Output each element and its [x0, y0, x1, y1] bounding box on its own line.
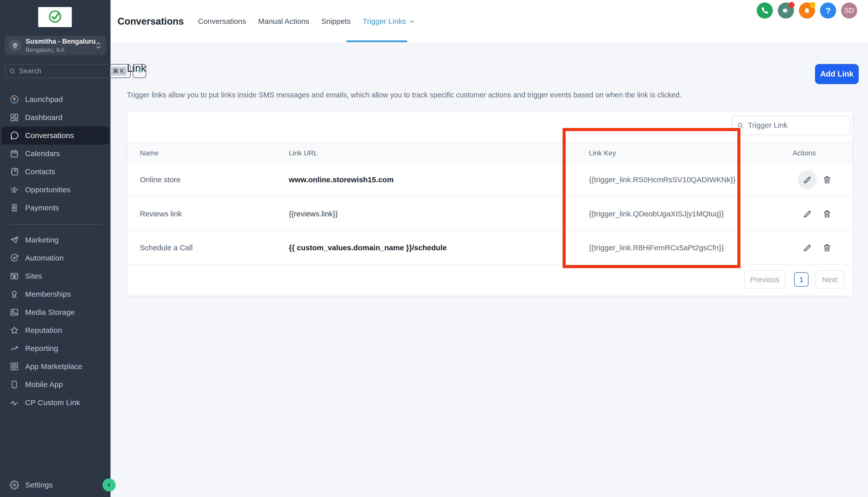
cell-name: Online store	[140, 163, 181, 197]
chevron-up-down-icon	[96, 42, 101, 49]
quick-actions-button[interactable]	[132, 64, 146, 78]
next-page-button[interactable]: Next	[815, 270, 844, 289]
tab-snippets[interactable]: Snippets	[321, 17, 351, 26]
search-icon	[9, 68, 16, 74]
sidebar-item-conversations[interactable]: Conversations	[1, 127, 109, 145]
chat-bubble-icon	[9, 130, 19, 141]
account-switcher[interactable]: Susmitha - Bengaluru Bengaluru, KA	[4, 36, 106, 55]
browser-globe-icon	[9, 271, 19, 281]
tab-trigger-links[interactable]: Trigger Links	[363, 17, 416, 26]
page-number-button[interactable]: 1	[794, 272, 809, 287]
grid-icon	[9, 361, 19, 372]
address-book-icon	[9, 167, 19, 177]
active-tab-underline	[346, 40, 407, 42]
paper-plane-icon	[9, 235, 19, 245]
megaphone-icon	[782, 7, 790, 14]
pencil-icon	[803, 243, 812, 252]
trash-icon	[823, 209, 831, 218]
avatar-initials: SD	[844, 6, 854, 15]
sidebar-item-label: Reputation	[25, 326, 62, 335]
sidebar-item-reporting[interactable]: Reporting	[1, 339, 109, 357]
agency-logo	[38, 7, 72, 27]
tab-label: Trigger Links	[363, 17, 406, 26]
sidebar-item-sites[interactable]: Sites	[1, 267, 109, 285]
sidebar-item-mobile-app[interactable]: Mobile App	[1, 375, 109, 394]
sidebar-search[interactable]: ⌘ K	[4, 64, 130, 78]
sidebar-item-reputation[interactable]: Reputation	[1, 321, 109, 339]
previous-page-button[interactable]: Previous	[744, 270, 785, 289]
tab-bar: Conversations Manual Actions Snippets Tr…	[198, 17, 416, 26]
search-shortcut-badge: ⌘ K	[110, 67, 127, 75]
delete-button[interactable]	[817, 204, 837, 223]
account-name: Susmitha - Bengaluru	[26, 38, 96, 45]
calendar-icon	[9, 148, 19, 159]
user-avatar[interactable]: SD	[841, 2, 857, 18]
sidebar-item-launchpad[interactable]: Launchpad	[1, 90, 109, 109]
edit-button[interactable]	[798, 170, 817, 189]
add-link-button[interactable]: Add Link	[815, 64, 859, 84]
sidebar-item-label: Sites	[25, 272, 42, 280]
star-icon	[9, 325, 19, 336]
sidebar-item-contacts[interactable]: Contacts	[1, 163, 109, 181]
account-location: Bengaluru, KA	[26, 46, 96, 54]
sidebar-collapse-button[interactable]	[102, 479, 115, 492]
topbar-icons: ? SD	[757, 2, 857, 18]
sidebar-item-app-marketplace[interactable]: App Marketplace	[1, 357, 109, 375]
sidebar-item-label: Settings	[25, 481, 53, 489]
sidebar-item-settings[interactable]: Settings	[1, 476, 109, 494]
sidebar-item-label: Marketing	[25, 236, 59, 244]
delete-button[interactable]	[817, 238, 837, 257]
search-icon	[737, 122, 744, 129]
edit-button[interactable]	[798, 238, 817, 257]
trash-icon	[823, 243, 831, 252]
sidebar: Susmitha - Bengaluru Bengaluru, KA ⌘ K	[0, 0, 111, 497]
cell-link-url: {{ custom_values.domain_name }}/schedule	[289, 231, 447, 265]
sidebar-item-label: Opportunities	[25, 185, 71, 194]
sidebar-item-marketing[interactable]: Marketing	[1, 231, 109, 249]
tab-conversations[interactable]: Conversations	[198, 17, 246, 26]
sidebar-item-opportunities[interactable]: Opportunities	[1, 181, 109, 199]
sidebar-item-label: Memberships	[25, 290, 71, 298]
page-title: Conversations	[117, 16, 184, 27]
column-header-link-url: Link URL	[289, 143, 318, 163]
cell-link-key: {{trigger_link.RS0HcmRsSV10QADIWKNk}}	[589, 163, 736, 197]
image-icon	[9, 307, 19, 317]
table-row: Online store www.online.storewish15.com …	[127, 163, 852, 197]
sidebar-item-cp-custom-link[interactable]: CP Custom Link	[1, 394, 109, 412]
tab-manual-actions[interactable]: Manual Actions	[258, 17, 309, 26]
help-button[interactable]: ?	[820, 2, 836, 18]
sidebar-item-media-storage[interactable]: Media Storage	[1, 303, 109, 321]
location-pin-icon	[9, 39, 21, 52]
cell-link-key: {{trigger_link.QDeobUgaXISJjy1MQtuq}}	[589, 197, 724, 231]
table-row: Reviews link {{reviews.link}} {{trigger_…	[127, 197, 852, 231]
lightning-bolt-icon	[136, 68, 143, 74]
sidebar-item-calendars[interactable]: Calendars	[1, 145, 109, 163]
notifications-button[interactable]	[799, 2, 815, 18]
chevron-down-icon	[409, 18, 416, 25]
delete-button[interactable]	[817, 170, 837, 189]
sidebar-item-dashboard[interactable]: Dashboard	[1, 109, 109, 127]
sidebar-item-label: Dashboard	[25, 113, 62, 122]
pencil-icon	[803, 209, 812, 218]
sidebar-item-label: App Marketplace	[25, 362, 82, 371]
edit-button[interactable]	[798, 204, 817, 223]
smartphone-icon	[9, 379, 19, 390]
sidebar-item-automation[interactable]: Automation	[1, 249, 109, 267]
table-row: Schedule a Call {{ custom_values.domain_…	[127, 231, 852, 265]
dashboard-icon	[9, 112, 19, 123]
notification-dot-yellow	[810, 2, 815, 8]
receipt-icon	[9, 202, 19, 213]
sidebar-item-label: Reporting	[25, 344, 58, 353]
sidebar-search-input[interactable]	[18, 67, 110, 75]
trigger-link-search[interactable]	[731, 115, 851, 135]
cell-link-key: {{trigger_link.R8HiFemRCx5aPt2gsCfn}}	[589, 231, 724, 265]
cell-link-url: www.online.storewish15.com	[289, 163, 394, 197]
pencil-icon	[803, 175, 812, 184]
announcements-button[interactable]	[778, 2, 794, 18]
trash-icon	[823, 175, 831, 184]
trigger-link-search-input[interactable]	[747, 121, 845, 130]
check-logo-icon	[48, 9, 62, 25]
sidebar-item-payments[interactable]: Payments	[1, 199, 109, 217]
sidebar-item-memberships[interactable]: Memberships	[1, 285, 109, 303]
phone-button[interactable]	[757, 2, 773, 18]
